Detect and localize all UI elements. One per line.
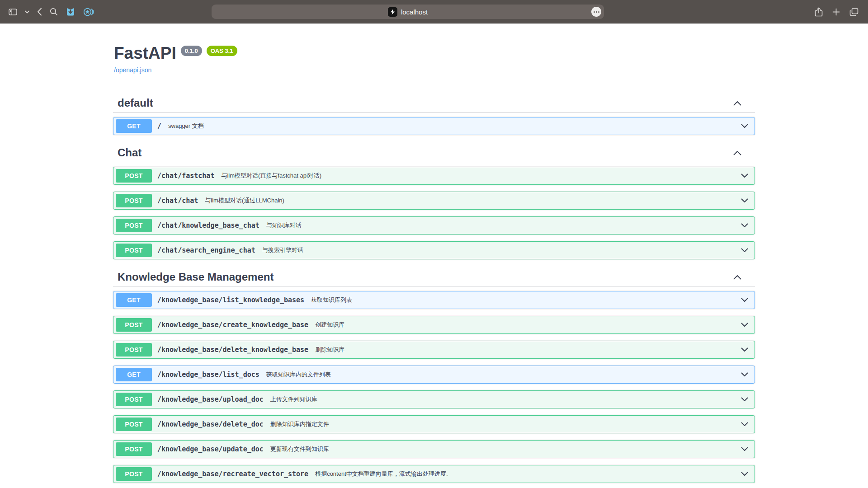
endpoint-row[interactable]: POST /chat/fastchat 与llm模型对话(直接与fastchat… xyxy=(113,167,755,185)
endpoint-path: /knowledge_base/delete_doc xyxy=(157,420,264,428)
method-badge: POST xyxy=(116,318,152,332)
chevron-down-icon xyxy=(741,223,748,228)
api-info: FastAPI 0.1.0 OAS 3.1 /openapi.json xyxy=(113,44,755,74)
endpoint-path: /chat/chat xyxy=(157,197,198,205)
search-icon xyxy=(50,8,58,16)
endpoint-row[interactable]: GET /knowledge_base/list_knowledge_bases… xyxy=(113,291,755,309)
chevron-down-icon xyxy=(741,198,748,203)
section-title: default xyxy=(118,97,153,109)
endpoint-description: 与llm模型对话(通过LLMChain) xyxy=(205,197,284,205)
endpoint-row[interactable]: GET /knowledge_base/list_docs 获取知识库内的文件列… xyxy=(113,366,755,384)
sidebar-toggle-button[interactable] xyxy=(7,7,19,17)
extension-focus-button[interactable] xyxy=(82,6,95,18)
extension-download-button[interactable] xyxy=(64,5,77,18)
method-badge: POST xyxy=(116,219,152,232)
new-tab-button[interactable] xyxy=(831,7,841,17)
endpoint-row[interactable]: POST /knowledge_base/create_knowledge_ba… xyxy=(113,316,755,334)
chevron-down-icon xyxy=(741,323,748,327)
endpoint-row[interactable]: POST /chat/knowledge_base_chat 与知识库对话 xyxy=(113,216,755,235)
chevron-up-icon xyxy=(733,275,741,280)
chevron-down-icon xyxy=(741,298,748,302)
endpoint-description: 获取知识库内的文件列表 xyxy=(266,371,331,379)
chevron-down-icon xyxy=(741,248,748,253)
chevron-down-icon xyxy=(741,472,748,476)
chevron-down-icon xyxy=(741,422,748,427)
api-tag-section: default GET / swagger 文档 xyxy=(113,92,755,135)
chevron-down-icon xyxy=(741,347,748,352)
sidebar-icon xyxy=(9,9,17,15)
site-favicon xyxy=(388,7,397,17)
endpoint-path: /chat/fastchat xyxy=(157,172,214,180)
endpoint-description: 创建知识库 xyxy=(315,321,344,329)
page-menu-button[interactable] xyxy=(591,7,601,17)
endpoint-row[interactable]: POST /knowledge_base/delete_knowledge_ba… xyxy=(113,341,755,359)
address-bar[interactable]: localhost xyxy=(212,5,604,19)
page-title: FastAPI xyxy=(114,44,176,62)
method-badge: GET xyxy=(116,293,152,307)
chevron-down-icon xyxy=(741,174,748,178)
browser-toolbar: localhost xyxy=(0,0,868,23)
share-icon xyxy=(815,7,823,17)
search-button[interactable] xyxy=(48,6,59,17)
chevron-up-icon xyxy=(733,101,741,106)
endpoint-path: /knowledge_base/upload_doc xyxy=(157,395,264,404)
method-badge: POST xyxy=(116,169,152,183)
endpoint-row[interactable]: POST /knowledge_base/update_doc 更新现有文件到知… xyxy=(113,440,755,458)
chevron-up-icon xyxy=(733,150,741,155)
endpoint-description: 获取知识库列表 xyxy=(311,296,352,304)
api-tag-section: Knowledge Base Management GET /knowledge… xyxy=(113,266,755,483)
sidebar-menu-button[interactable] xyxy=(24,9,31,15)
chevron-down-icon xyxy=(741,372,748,377)
api-tag-section: Chat POST /chat/fastchat 与llm模型对话(直接与fas… xyxy=(113,142,755,259)
endpoint-row[interactable]: POST /chat/chat 与llm模型对话(通过LLMChain) xyxy=(113,192,755,210)
chevron-down-icon xyxy=(741,397,748,402)
swagger-page: FastAPI 0.1.0 OAS 3.1 /openapi.json defa… xyxy=(0,23,868,488)
endpoint-row[interactable]: POST /chat/search_engine_chat 与搜索引擎对话 xyxy=(113,241,755,259)
share-button[interactable] xyxy=(813,6,824,18)
section-endpoints: GET / swagger 文档 xyxy=(113,117,755,135)
endpoint-row[interactable]: POST /knowledge_base/recreate_vector_sto… xyxy=(113,465,755,483)
endpoint-row[interactable]: POST /knowledge_base/upload_doc 上传文件到知识库 xyxy=(113,390,755,408)
version-badge: 0.1.0 xyxy=(181,46,202,56)
method-badge: POST xyxy=(116,418,152,431)
endpoint-description: 更新现有文件到知识库 xyxy=(270,445,329,453)
method-badge: POST xyxy=(116,467,152,481)
section-endpoints: GET /knowledge_base/list_knowledge_bases… xyxy=(113,291,755,483)
endpoint-path: / xyxy=(157,122,161,130)
section-header[interactable]: Chat xyxy=(113,142,755,162)
method-badge: GET xyxy=(116,119,152,133)
plus-icon xyxy=(832,8,840,16)
tab-overview-button[interactable] xyxy=(848,6,860,18)
endpoint-path: /chat/knowledge_base_chat xyxy=(157,221,259,230)
section-endpoints: POST /chat/fastchat 与llm模型对话(直接与fastchat… xyxy=(113,167,755,259)
section-title: Chat xyxy=(118,146,142,159)
extension-focus-star-icon xyxy=(83,7,94,17)
endpoint-path: /chat/search_engine_chat xyxy=(157,246,255,254)
chevron-down-icon xyxy=(741,124,748,128)
section-header[interactable]: Knowledge Base Management xyxy=(113,266,755,286)
section-title: Knowledge Base Management xyxy=(118,271,274,283)
method-badge: POST xyxy=(116,194,152,207)
back-button[interactable] xyxy=(36,6,43,17)
method-badge: GET xyxy=(116,368,152,381)
endpoint-path: /knowledge_base/create_knowledge_base xyxy=(157,321,308,329)
oas-badge: OAS 3.1 xyxy=(207,46,237,56)
endpoint-row[interactable]: POST /knowledge_base/delete_doc 删除知识库内指定… xyxy=(113,415,755,433)
openapi-spec-link[interactable]: /openapi.json xyxy=(114,66,151,74)
endpoint-path: /knowledge_base/list_docs xyxy=(157,371,259,379)
endpoint-description: swagger 文档 xyxy=(168,122,204,130)
chevron-down-icon xyxy=(741,447,748,451)
endpoint-path: /knowledge_base/delete_knowledge_base xyxy=(157,346,308,354)
ellipsis-icon xyxy=(594,11,595,13)
method-badge: POST xyxy=(116,244,152,257)
method-badge: POST xyxy=(116,393,152,406)
url-text: localhost xyxy=(401,8,428,16)
endpoint-description: 删除知识库内指定文件 xyxy=(270,420,329,428)
section-header[interactable]: default xyxy=(113,92,755,113)
lightning-bolt-icon xyxy=(390,9,396,15)
endpoint-row[interactable]: GET / swagger 文档 xyxy=(113,117,755,135)
endpoint-description: 与知识库对话 xyxy=(266,221,302,230)
method-badge: POST xyxy=(116,343,152,357)
endpoint-description: 删除知识库 xyxy=(315,346,344,354)
endpoint-path: /knowledge_base/recreate_vector_store xyxy=(157,470,308,478)
